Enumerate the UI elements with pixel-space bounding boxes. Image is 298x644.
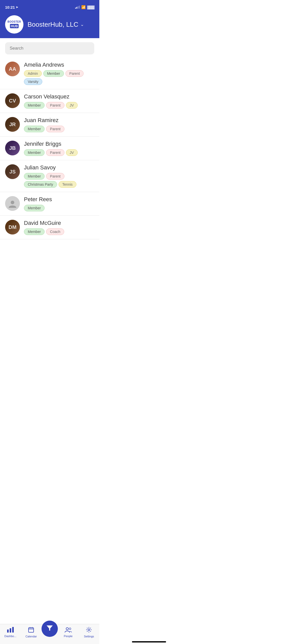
tag-jv: JV <box>66 102 78 109</box>
org-name-text: BoosterHub, LLC <box>28 21 78 28</box>
avatar: JB <box>5 141 20 155</box>
tag-tennis: Tennis <box>59 181 76 188</box>
person-tags: MemberParentJV <box>24 149 94 156</box>
svg-point-0 <box>11 201 14 204</box>
person-tags: MemberParentJV <box>24 102 94 109</box>
tag-admin: Admin <box>24 70 42 77</box>
tag-parent: Parent <box>46 102 64 109</box>
battery-icon: ▓▓▓ <box>87 5 94 9</box>
person-name: Amelia Andrews <box>24 62 94 68</box>
tag-coach: Coach <box>46 228 64 235</box>
tag-parent: Parent <box>46 126 64 132</box>
tag-member: Member <box>24 173 45 180</box>
person-name: Peter Rees <box>24 196 94 203</box>
person-tags: AdminMemberParentVarsity <box>24 70 94 85</box>
person-tags: MemberCoach <box>24 228 94 235</box>
avatar <box>5 196 20 211</box>
list-item[interactable]: JSJulian SavoyMemberParentChristmas Part… <box>0 160 99 192</box>
org-name-button[interactable]: BoosterHub, LLC ⌄ <box>28 21 84 28</box>
person-tags: Member <box>24 205 94 211</box>
signal-icon <box>75 6 80 9</box>
tag-member: Member <box>24 228 45 235</box>
person-name: Jennifer Briggs <box>24 141 94 147</box>
app-header: BOOSTER HUB BoosterHub, LLC ⌄ <box>0 13 99 38</box>
search-input[interactable] <box>5 42 94 54</box>
tag-member: Member <box>24 126 45 132</box>
list-item[interactable]: AAAmelia AndrewsAdminMemberParentVarsity <box>0 57 99 89</box>
tag-parent: Parent <box>65 70 84 77</box>
org-chevron-icon: ⌄ <box>80 22 84 27</box>
status-time: 10:21 ➤ <box>5 5 18 9</box>
person-info: Julian SavoyMemberParentChristmas PartyT… <box>24 164 94 188</box>
person-name: David McGuire <box>24 220 94 226</box>
list-item[interactable]: Peter ReesMember <box>0 192 99 216</box>
tag-parent: Parent <box>46 173 64 180</box>
list-item[interactable]: JRJuan RamirezMemberParent <box>0 113 99 137</box>
list-item[interactable]: DMDavid McGuireMemberCoach <box>0 216 99 239</box>
avatar: CV <box>5 93 20 108</box>
person-tags: MemberParent <box>24 126 94 132</box>
person-info: Jennifer BriggsMemberParentJV <box>24 141 94 156</box>
person-name: Julian Savoy <box>24 164 94 171</box>
tag-christmas: Christmas Party <box>24 181 57 188</box>
avatar: JR <box>5 117 20 132</box>
avatar: DM <box>5 220 20 235</box>
time-display: 10:21 <box>5 5 15 9</box>
people-list: AAAmelia AndrewsAdminMemberParentVarsity… <box>0 57 99 239</box>
tag-parent: Parent <box>46 149 64 156</box>
list-item[interactable]: JBJennifer BriggsMemberParentJV <box>0 137 99 160</box>
logo-hub-text: HUB <box>10 24 19 28</box>
status-bar: 10:21 ➤ 📶 ▓▓▓ <box>0 0 99 13</box>
logo-booster-text: BOOSTER <box>8 20 21 23</box>
status-icons: 📶 ▓▓▓ <box>75 5 94 9</box>
location-icon: ➤ <box>16 6 18 9</box>
avatar: JS <box>5 164 20 179</box>
tag-member: Member <box>43 70 64 77</box>
tag-jv: JV <box>66 149 78 156</box>
wifi-icon: 📶 <box>81 5 86 9</box>
person-info: Peter ReesMember <box>24 196 94 211</box>
list-item[interactable]: CVCarson VelasquezMemberParentJV <box>0 89 99 113</box>
tag-varsity: Varsity <box>24 78 42 85</box>
person-info: David McGuireMemberCoach <box>24 220 94 235</box>
person-name: Carson Velasquez <box>24 93 94 100</box>
person-info: Carson VelasquezMemberParentJV <box>24 93 94 109</box>
tag-member: Member <box>24 149 45 156</box>
person-info: Amelia AndrewsAdminMemberParentVarsity <box>24 62 94 85</box>
person-tags: MemberParentChristmas PartyTennis <box>24 173 94 188</box>
search-container <box>0 38 99 57</box>
tag-member: Member <box>24 205 45 211</box>
app-logo: BOOSTER HUB <box>5 15 23 34</box>
avatar: AA <box>5 62 20 76</box>
person-info: Juan RamirezMemberParent <box>24 117 94 132</box>
tag-member: Member <box>24 102 45 109</box>
person-name: Juan Ramirez <box>24 117 94 124</box>
